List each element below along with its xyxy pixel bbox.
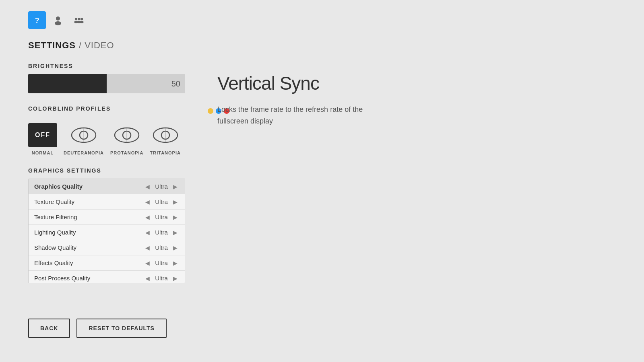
svg-point-3	[55, 21, 61, 25]
graphics-quality-arrow-left[interactable]: ◀	[144, 183, 151, 190]
setting-row-shadow-quality[interactable]: Shadow Quality ◀ Ultra ▶	[29, 240, 185, 255]
brightness-slider[interactable]: 50	[28, 74, 185, 93]
svg-text:?: ?	[35, 16, 39, 25]
setting-name-lighting-quality: Lighting Quality	[34, 229, 144, 236]
setting-name-texture-filtering: Texture Filtering	[34, 214, 144, 220]
setting-value-shadow-quality: Ultra	[151, 244, 171, 251]
post-process-quality-arrow-left[interactable]: ◀	[144, 275, 151, 282]
colorblind-option-normal[interactable]: OFF NORMAL	[28, 123, 57, 155]
protanopia-eye-icon	[112, 123, 141, 147]
lighting-quality-arrow-left[interactable]: ◀	[144, 229, 151, 236]
lighting-quality-arrow-right[interactable]: ▶	[171, 229, 179, 236]
reset-to-defaults-button[interactable]: RESET TO DEFAULTS	[76, 319, 167, 338]
texture-quality-arrow-right[interactable]: ▶	[171, 199, 179, 205]
graphics-section: GRAPHICS SETTINGS Graphics Quality ◀ Ult…	[28, 167, 229, 283]
setting-name-effects-quality: Effects Quality	[34, 259, 144, 266]
bottom-buttons: BACK RESET TO DEFAULTS	[28, 319, 167, 338]
setting-name-graphics-quality: Graphics Quality	[34, 183, 144, 190]
setting-value-graphics-quality: Ultra	[151, 183, 171, 190]
panel-description: Locks the frame rate to the refresh rate…	[217, 104, 386, 127]
setting-name-texture-quality: Texture Quality	[34, 198, 144, 205]
effects-quality-arrow-right[interactable]: ▶	[171, 260, 179, 266]
breadcrumb-separator: /	[79, 40, 81, 51]
dot-yellow	[208, 108, 213, 114]
setting-name-shadow-quality: Shadow Quality	[34, 244, 144, 251]
tritanopia-eye-icon	[151, 123, 180, 147]
effects-quality-arrow-left[interactable]: ◀	[144, 260, 151, 266]
svg-point-8	[80, 18, 83, 20]
breadcrumb: SETTINGS / VIDEO	[28, 40, 229, 51]
breadcrumb-video: VIDEO	[85, 40, 114, 51]
graphics-section-label: GRAPHICS SETTINGS	[28, 167, 229, 174]
colorblind-header: COLORBLIND PROFILES	[28, 105, 229, 117]
texture-filtering-arrow-right[interactable]: ▶	[171, 214, 179, 220]
breadcrumb-settings: SETTINGS	[28, 40, 76, 51]
colorblind-option-deuteranopia[interactable]: DEUTERANOPIA	[64, 123, 104, 155]
texture-quality-arrow-left[interactable]: ◀	[144, 199, 151, 205]
help-nav-icon[interactable]: ?	[28, 11, 46, 29]
post-process-quality-arrow-right[interactable]: ▶	[171, 275, 179, 282]
setting-value-effects-quality: Ultra	[151, 259, 171, 266]
colorblind-label: COLORBLIND PROFILES	[28, 105, 111, 112]
setting-name-post-process-quality: Post Process Quality	[34, 275, 144, 282]
brightness-fill	[28, 74, 107, 93]
colorblind-option-tritanopia[interactable]: TRITANOPIA	[150, 123, 181, 155]
graphics-quality-arrow-right[interactable]: ▶	[171, 183, 179, 190]
back-button[interactable]: BACK	[28, 319, 70, 338]
svg-point-6	[78, 18, 80, 20]
setting-value-post-process-quality: Ultra	[151, 275, 171, 282]
shadow-quality-arrow-right[interactable]: ▶	[171, 245, 179, 251]
texture-filtering-arrow-left[interactable]: ◀	[144, 214, 151, 220]
top-nav: ?	[28, 11, 88, 29]
colorblind-label-tritanopia: TRITANOPIA	[150, 150, 181, 155]
deuteranopia-eye-icon	[69, 123, 98, 147]
setting-value-texture-quality: Ultra	[151, 198, 171, 205]
profile-nav-icon[interactable]	[49, 11, 67, 29]
main-content: SETTINGS / VIDEO BRIGHTNESS 50 COLORBLIN…	[28, 40, 229, 291]
setting-row-post-process-quality[interactable]: Post Process Quality ◀ Ultra ▶	[29, 271, 185, 283]
setting-value-texture-filtering: Ultra	[151, 214, 171, 220]
setting-value-lighting-quality: Ultra	[151, 229, 171, 236]
svg-point-4	[75, 18, 77, 20]
setting-row-texture-quality[interactable]: Texture Quality ◀ Ultra ▶	[29, 194, 185, 210]
colorblind-option-protanopia[interactable]: PROTANOPIA	[110, 123, 144, 155]
group-nav-icon[interactable]	[70, 11, 88, 29]
colorblind-label-normal: NORMAL	[32, 150, 54, 155]
setting-row-effects-quality[interactable]: Effects Quality ◀ Ultra ▶	[29, 255, 185, 271]
right-panel: Vertical Sync Locks the frame rate to th…	[217, 72, 459, 127]
svg-point-2	[56, 16, 60, 21]
colorblind-label-protanopia: PROTANOPIA	[110, 150, 144, 155]
graphics-settings-list[interactable]: Graphics Quality ◀ Ultra ▶ Texture Quali…	[28, 179, 185, 283]
panel-title: Vertical Sync	[217, 72, 459, 94]
colorblind-options: OFF NORMAL DEUTERANOPIA	[28, 123, 229, 155]
brightness-label: BRIGHTNESS	[28, 63, 229, 69]
svg-point-9	[80, 21, 83, 23]
colorblind-label-deuteranopia: DEUTERANOPIA	[64, 150, 104, 155]
setting-row-graphics-quality[interactable]: Graphics Quality ◀ Ultra ▶	[29, 179, 185, 194]
shadow-quality-arrow-left[interactable]: ◀	[144, 245, 151, 251]
setting-row-lighting-quality[interactable]: Lighting Quality ◀ Ultra ▶	[29, 225, 185, 240]
colorblind-section: COLORBLIND PROFILES OFF NORMAL	[28, 105, 229, 155]
brightness-value: 50	[171, 79, 180, 88]
setting-row-texture-filtering[interactable]: Texture Filtering ◀ Ultra ▶	[29, 210, 185, 225]
off-badge: OFF	[28, 123, 57, 147]
